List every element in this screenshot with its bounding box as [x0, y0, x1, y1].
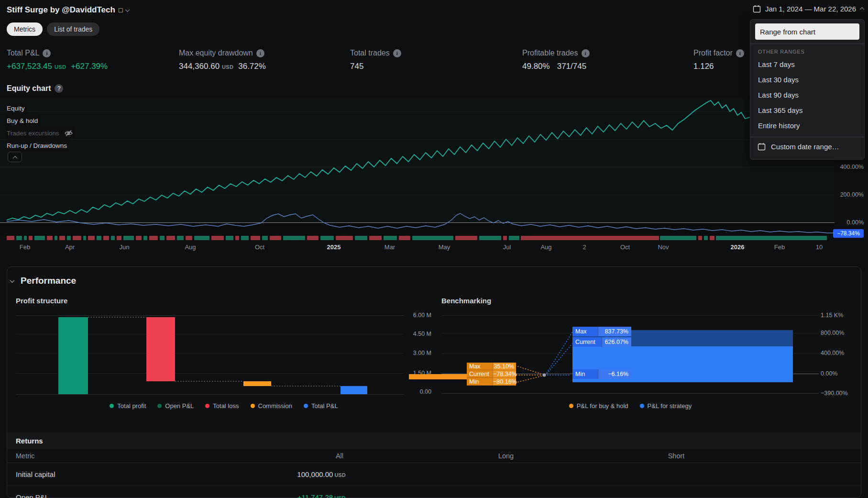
legend-item[interactable]: P&L for buy & hold: [569, 402, 628, 409]
tab-metrics[interactable]: Metrics: [7, 22, 43, 36]
date-range-control[interactable]: Jan 1, 2024 — Mar 22, 2026: [753, 5, 864, 13]
gridline: [16, 394, 404, 395]
metric-secondary-value: 371/745: [557, 62, 586, 71]
row-metric: Open P&L: [16, 493, 49, 498]
date-range-label: Jan 1, 2024 — Mar 22, 2026: [765, 5, 856, 13]
legend-toggle[interactable]: Buy & hold: [7, 114, 40, 127]
y-axis-tick: 0.00: [405, 388, 431, 395]
info-icon[interactable]: i: [393, 49, 401, 57]
legend-toggle[interactable]: Trades excursions: [7, 127, 76, 139]
menu-group-label: OTHER RANGES: [758, 49, 864, 55]
y-axis-tick: 6.00 M: [405, 312, 431, 319]
info-icon[interactable]: i: [736, 49, 744, 57]
trade-strip-segment: [34, 236, 45, 240]
eye-off-icon[interactable]: [64, 130, 73, 137]
menu-item-range-from-chart[interactable]: Range from chart: [755, 23, 859, 40]
collapse-legend-button[interactable]: [8, 152, 22, 162]
x-axis-tick: 2026: [731, 243, 745, 251]
trade-strip-segment: [283, 236, 305, 240]
x-axis-tick: Nov: [658, 243, 669, 251]
trade-strip-segment: [336, 236, 353, 240]
trade-strip-segment: [235, 236, 239, 240]
trade-strip-segment: [73, 236, 81, 240]
currency-suffix: USD: [222, 64, 233, 70]
buyhold-current-badge: −78.34%: [833, 229, 864, 238]
help-icon[interactable]: ?: [55, 84, 63, 93]
trade-strip-segment: [83, 236, 86, 240]
legend-toggle[interactable]: Equity: [7, 102, 27, 114]
trade-strip-segment: [160, 236, 165, 240]
info-icon[interactable]: i: [582, 49, 590, 57]
metric-block: Total trades i 745: [350, 49, 517, 71]
menu-item[interactable]: Last 7 days: [750, 56, 864, 72]
legend-item[interactable]: Total P&L: [304, 402, 338, 409]
trade-strip-segment: [384, 236, 397, 240]
legend-toggle[interactable]: Run-up / Drawdowns: [7, 139, 69, 152]
profit-legend: Total profit Open P&L Total loss Commiss…: [16, 402, 432, 409]
trade-strip-segment: [186, 236, 192, 240]
metric-secondary-value: 36.72%: [238, 62, 266, 71]
y-axis-tick: 400.00%: [821, 350, 866, 356]
gridline: [16, 315, 404, 316]
trade-strip-segment: [143, 236, 147, 240]
profit-structure-title: Profit structure: [16, 297, 67, 305]
legend-item[interactable]: P&L for strategy: [640, 402, 692, 409]
x-axis-tick: Jul: [503, 243, 511, 251]
trade-strip-segment: [369, 236, 382, 240]
trade-strip-segment: [111, 236, 115, 240]
trade-strip-segment: [103, 236, 109, 240]
metric-label: Total trades i: [350, 49, 517, 57]
trade-strip-segment: [211, 236, 224, 240]
legend-item[interactable]: Total loss: [205, 402, 239, 409]
x-axis-tick: Mar: [385, 243, 395, 251]
trade-strip-segment: [399, 236, 410, 240]
trade-strip-segment: [97, 236, 101, 240]
performance-section-toggle[interactable]: Performance: [11, 276, 76, 286]
tab-list-of-trades[interactable]: List of trades: [47, 22, 99, 36]
buyhold-stats-tooltip: Max 35.10% Current −78.34% Min −80.16%: [467, 363, 516, 386]
legend-item[interactable]: Total profit: [110, 402, 146, 409]
gridline: [0, 195, 835, 195]
returns-table: Initial capital 100,000.00USD Open P&L +…: [7, 463, 861, 498]
legend-dot: [157, 404, 162, 408]
trade-strip-segment: [194, 236, 209, 240]
x-axis-tick: 2: [582, 243, 586, 251]
legend-dot: [205, 404, 209, 408]
view-tabs: Metrics List of trades: [7, 22, 99, 36]
trade-strip-segment: [149, 236, 158, 240]
metric-block: Profitable trades i 49.80% 371/745: [522, 49, 690, 71]
trade-strip-segment: [226, 236, 233, 240]
menu-item[interactable]: Entire history: [750, 118, 864, 133]
equity-chart-heading: Equity chart ?: [7, 84, 63, 93]
legend-item[interactable]: Open P&L: [157, 402, 194, 409]
trade-strip-segment: [251, 236, 260, 240]
gridline: [0, 167, 835, 167]
col-all: All: [268, 452, 411, 460]
menu-item-custom-date-range[interactable]: Custom date range…: [750, 137, 864, 155]
chevron-up-icon: [860, 7, 865, 12]
menu-item[interactable]: Last 90 days: [750, 87, 864, 102]
info-icon[interactable]: i: [43, 49, 51, 57]
strategy-title-dropdown[interactable]: Stiff Surge by @DaviddTech □: [7, 5, 129, 15]
waterfall-bar: [341, 386, 367, 394]
y-axis-tick: 0.00%: [821, 370, 866, 377]
trade-strip-segment: [117, 236, 121, 240]
col-short: Short: [628, 452, 724, 460]
legend-item[interactable]: Commission: [251, 402, 293, 409]
trade-strip-segment: [166, 236, 175, 240]
x-axis-tick: Feb: [774, 243, 785, 251]
gridline: [0, 222, 835, 223]
menu-item[interactable]: Last 30 days: [750, 72, 864, 87]
chevron-down-icon: [10, 278, 15, 283]
trade-strip-segment: [29, 236, 33, 240]
metric-label: Max equity drawdown i: [179, 49, 346, 57]
trade-strip-segment: [704, 236, 708, 240]
menu-item[interactable]: Last 365 days: [750, 102, 864, 118]
trade-strip-segment: [412, 236, 453, 240]
info-icon[interactable]: i: [256, 49, 264, 57]
calendar-icon: [753, 5, 761, 13]
equity-plot-lower-bg: [0, 222, 835, 235]
col-metric: Metric: [16, 452, 34, 460]
strategy-tester-page: { "header": { "title": "Stiff Surge by @…: [0, 0, 868, 498]
table-row: Initial capital 100,000.00USD: [7, 463, 861, 486]
